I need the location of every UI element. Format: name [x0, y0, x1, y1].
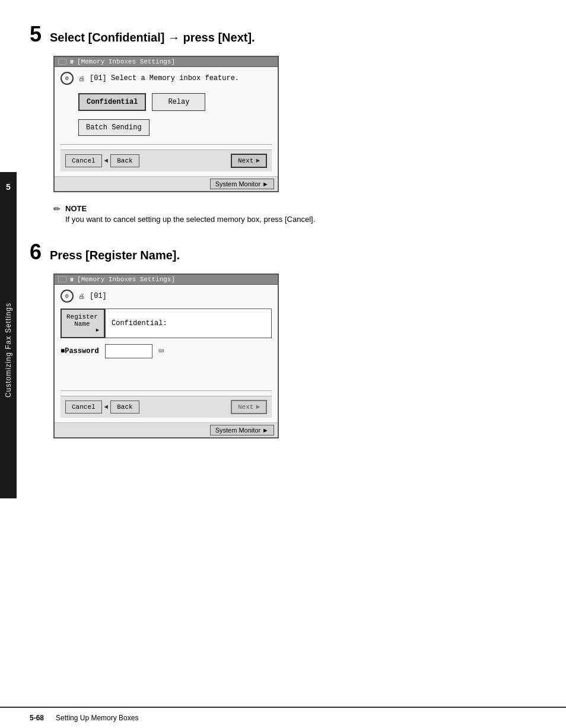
titlebar-icon3: [58, 276, 66, 282]
step6-number: 6: [30, 241, 42, 263]
screen1-top-row: ⚙ 🖨 [01] Select a Memory inbox feature.: [61, 72, 272, 85]
screen2-divider: [61, 390, 272, 391]
next-arrow-2: ►: [256, 403, 260, 411]
footer: 5-68 Setting Up Memory Boxes: [0, 707, 566, 728]
back-arrow-2: ◄: [104, 403, 109, 411]
cancel-btn-1[interactable]: Cancel: [65, 154, 102, 167]
register-arrow: ►: [96, 328, 99, 333]
inbox-id: [01]: [90, 292, 107, 300]
next-label-1: Next: [238, 157, 253, 164]
note-section: ✏ NOTE If you want to cancel setting up …: [53, 204, 548, 224]
screen1-mockup: ☎ [Memory Inboxes Settings] ⚙ 🖨 [01] Sel…: [53, 56, 279, 192]
back-btn-1[interactable]: Back: [110, 154, 139, 167]
back-btn-2[interactable]: Back: [110, 400, 139, 414]
next-btn-1[interactable]: Next ►: [231, 154, 267, 168]
screen1-title: [Memory Inboxes Settings]: [77, 58, 175, 65]
confidential-field: Confidential:: [105, 309, 272, 338]
screen2-mockup: ☎ [Memory Inboxes Settings] ⚙ 🖨 [01] Reg…: [53, 274, 279, 438]
confidential-label: Confidential:: [112, 319, 167, 328]
next-btn-2[interactable]: Next ►: [231, 400, 267, 414]
printer-icon: 🖨: [78, 75, 85, 82]
note-text: If you want to cancel setting up the sel…: [65, 215, 315, 224]
screen1-divider: [61, 144, 272, 145]
register-name-btn[interactable]: RegisterName ►: [61, 309, 105, 338]
settings-icon: ⚙: [61, 72, 74, 85]
next-label-2: Next: [238, 403, 253, 411]
relay-btn[interactable]: Relay: [152, 93, 205, 111]
next-arrow-1: ►: [256, 157, 260, 164]
sysmon-btn-2[interactable]: System Monitor ►: [210, 425, 274, 435]
screen1-sysmon: System Monitor ►: [55, 176, 278, 191]
screen1-nav: Cancel ◄ Back Next ►: [61, 150, 272, 171]
screen2-body: ⚙ 🖨 [01] RegisterName ► Confidential: ■P…: [55, 285, 278, 422]
chapter-tab: Customizing Fax Settings: [0, 202, 17, 498]
settings-icon-2: ⚙: [61, 290, 74, 303]
step5-header: 5 Select [Confidential] → press [Next].: [30, 24, 548, 45]
note-label: NOTE: [65, 204, 315, 213]
back-arrow-1: ◄: [104, 157, 109, 164]
keyboard-icon: ⌨: [158, 345, 164, 357]
step6-title: Press [Register Name].: [50, 249, 180, 262]
cancel-btn-2[interactable]: Cancel: [65, 400, 102, 414]
register-name-label: RegisterName: [66, 313, 98, 328]
note-icon: ✏: [53, 204, 61, 214]
printer-icon-2: 🖨: [78, 293, 85, 300]
footer-page: 5-68: [30, 714, 44, 722]
sysmon-label-2: System Monitor: [215, 427, 260, 434]
register-name-row: RegisterName ► Confidential:: [61, 309, 272, 338]
titlebar-icon1: [58, 59, 66, 65]
screen1-options: Confidential Relay: [78, 93, 272, 111]
password-row: ■Password ⌨: [61, 344, 272, 358]
note-content: NOTE If you want to cancel setting up th…: [65, 204, 315, 224]
screen2-nav: Cancel ◄ Back Next ►: [61, 396, 272, 418]
batch-sending-btn[interactable]: Batch Sending: [78, 119, 150, 136]
confidential-btn[interactable]: Confidential: [78, 93, 146, 111]
password-label: ■Password: [61, 347, 99, 355]
chapter-label: Customizing Fax Settings: [4, 303, 12, 398]
batch-sending-row: Batch Sending: [78, 119, 272, 136]
password-input[interactable]: [105, 344, 152, 358]
screen1-titlebar: ☎ [Memory Inboxes Settings]: [55, 57, 278, 67]
chapter-number: 5: [0, 172, 17, 202]
screen2-titlebar: ☎ [Memory Inboxes Settings]: [55, 275, 278, 285]
screen1-instruction: [01] Select a Memory inbox feature.: [90, 74, 239, 82]
main-content: 5 Select [Confidential] → press [Next]. …: [30, 0, 548, 438]
footer-title: Setting Up Memory Boxes: [56, 714, 138, 722]
screen2-title: [Memory Inboxes Settings]: [77, 276, 175, 283]
screen2-top-row: ⚙ 🖨 [01]: [61, 290, 272, 303]
titlebar-icon2: ☎: [70, 58, 74, 65]
step5-title: Select [Confidential] → press [Next].: [50, 31, 255, 44]
titlebar-icon4: ☎: [70, 276, 74, 283]
sysmon-btn-1[interactable]: System Monitor ►: [210, 179, 274, 189]
sysmon-arrow-2: ►: [262, 427, 269, 434]
spacer: [61, 368, 272, 386]
sysmon-arrow-1: ►: [262, 180, 269, 187]
sysmon-label-1: System Monitor: [215, 180, 260, 187]
screen1-body: ⚙ 🖨 [01] Select a Memory inbox feature. …: [55, 67, 278, 176]
step6-header: 6 Press [Register Name].: [30, 241, 548, 263]
step5-number: 5: [30, 24, 42, 45]
screen2-sysmon: System Monitor ►: [55, 422, 278, 437]
